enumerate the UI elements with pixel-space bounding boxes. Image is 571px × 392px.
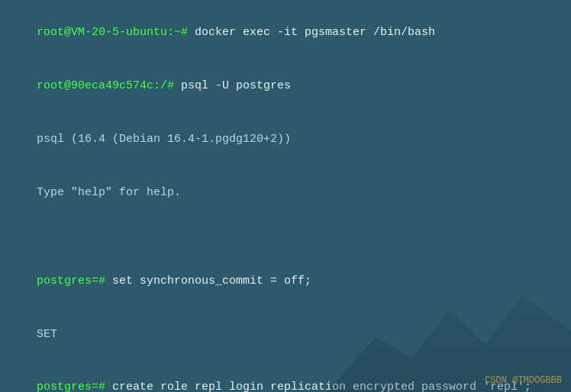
prompt-1: root@VM-20-5-ubuntu:~#: [37, 26, 188, 39]
output-8: SET: [37, 328, 57, 341]
command-1: docker exec -it pgsmaster /bin/bash: [188, 26, 435, 39]
watermark: CSDN @TMDOGBBB: [485, 375, 562, 386]
prompt-7: postgres=#: [37, 275, 105, 288]
terminal-line-7: postgres=# set synchronous_commit = off;: [9, 255, 562, 308]
prompt-9: postgres=#: [37, 381, 105, 392]
prompt-2: root@90eca49c574c:/#: [37, 79, 174, 92]
empty-line-2: [9, 236, 562, 254]
terminal-line-1: root@VM-20-5-ubuntu:~# docker exec -it p…: [9, 6, 562, 59]
output-4: Type "help" for help.: [37, 186, 181, 199]
terminal-line-2: root@90eca49c574c:/# psql -U postgres: [9, 59, 562, 113]
terminal-window: root@VM-20-5-ubuntu:~# docker exec -it p…: [0, 0, 571, 392]
terminal-line-3: psql (16.4 (Debian 16.4-1.pgdg120+2)): [9, 113, 562, 166]
command-2: psql -U postgres: [174, 79, 291, 92]
command-7: set synchronous_commit = off;: [105, 275, 311, 288]
output-3: psql (16.4 (Debian 16.4-1.pgdg120+2)): [37, 133, 291, 146]
terminal-line-4: Type "help" for help.: [9, 165, 562, 219]
empty-line-1: [9, 219, 562, 236]
